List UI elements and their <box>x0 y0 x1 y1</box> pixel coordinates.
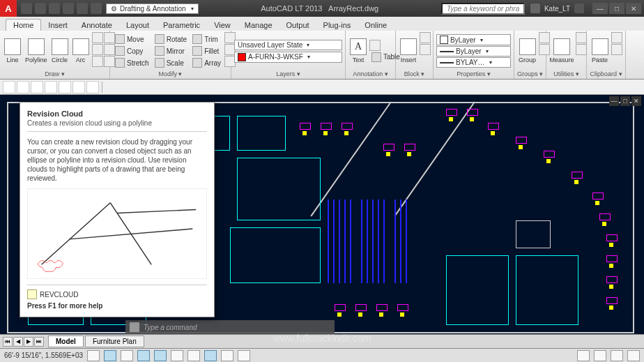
qat-redo-icon[interactable] <box>91 3 102 14</box>
tb-line-icon[interactable] <box>3 81 15 93</box>
qat-save-icon[interactable] <box>49 3 60 14</box>
tab-layout[interactable]: Layout <box>119 20 156 31</box>
stretch-button[interactable]: Stretch <box>113 57 151 68</box>
dyninput-toggle[interactable] <box>204 350 217 361</box>
tb-construction-icon[interactable] <box>17 81 29 93</box>
doc-minimize-button[interactable]: — <box>609 96 619 106</box>
tab-output[interactable]: Output <box>279 20 316 31</box>
panel-layers-title[interactable]: Layers ▾ <box>234 70 342 77</box>
paste-button[interactable]: Paste <box>590 32 610 70</box>
tab-home[interactable]: Home <box>6 19 41 31</box>
qat-undo-icon[interactable] <box>77 3 88 14</box>
layout-next-button[interactable]: ▶ <box>24 337 33 347</box>
tb-polygon-icon[interactable] <box>45 81 57 93</box>
select-icon[interactable] <box>576 32 587 43</box>
text-button[interactable]: AText <box>348 32 368 70</box>
layer-current-combo[interactable]: A-FURN-3-WKSF <box>234 52 342 63</box>
measure-button[interactable]: Measure <box>549 32 574 70</box>
command-line[interactable]: Type a command <box>125 320 335 334</box>
polar-toggle[interactable] <box>137 350 150 361</box>
panel-clipboard-title[interactable]: Clipboard ▾ <box>590 70 622 77</box>
cut-icon[interactable] <box>611 32 622 43</box>
tb-rectangle-icon[interactable] <box>59 81 71 93</box>
qat-open-icon[interactable] <box>35 3 46 14</box>
arc-button[interactable]: Arc <box>71 32 91 70</box>
panel-modify-title[interactable]: Modify ▾ <box>113 70 228 77</box>
tb-polyline-icon[interactable] <box>31 81 43 93</box>
layer-state-combo[interactable]: Unsaved Layer State <box>234 40 342 50</box>
color-combo[interactable]: ByLayer <box>436 34 511 45</box>
panel-draw-title[interactable]: Draw ▾ <box>3 70 107 77</box>
rectangle-icon[interactable] <box>92 32 103 43</box>
app-menu-button[interactable]: A <box>0 0 17 17</box>
layout-tab-model[interactable]: Model <box>48 335 84 347</box>
tab-parametric[interactable]: Parametric <box>156 20 207 31</box>
group-button[interactable]: Group <box>517 32 537 70</box>
tab-plugins[interactable]: Plug-ins <box>316 20 358 31</box>
point-icon[interactable] <box>92 56 103 67</box>
tab-insert[interactable]: Insert <box>41 20 75 31</box>
layout-last-button[interactable]: ⏭ <box>34 337 44 347</box>
exchange-icon[interactable] <box>574 3 584 13</box>
qat-new-icon[interactable] <box>21 3 32 14</box>
layout-first-button[interactable]: ⏮ <box>3 337 13 347</box>
workspace-switcher[interactable]: ⚙ Drafting & Annotation <box>106 3 199 14</box>
osnap-toggle[interactable] <box>154 350 167 361</box>
copy-button[interactable]: Copy <box>113 45 151 56</box>
snap-toggle[interactable] <box>87 350 100 361</box>
modelspace-toggle[interactable] <box>577 350 590 361</box>
insert-block-button[interactable]: Insert <box>399 32 418 70</box>
cleanscreen-toggle[interactable] <box>627 350 640 361</box>
trim-button[interactable]: Trim <box>190 33 223 45</box>
annoscale-toggle[interactable] <box>594 350 606 361</box>
panel-annotation-title[interactable]: Annotation ▾ <box>348 70 392 77</box>
create-block-icon[interactable] <box>420 32 431 43</box>
grid-toggle[interactable] <box>104 350 116 361</box>
doc-close-button[interactable]: ✕ <box>631 96 641 106</box>
qp-toggle[interactable] <box>221 350 233 361</box>
user-name[interactable]: Kate_LT <box>544 5 570 13</box>
circle-button[interactable]: Circle <box>50 32 70 70</box>
tb-circle-icon[interactable] <box>86 81 99 93</box>
minimize-button[interactable]: — <box>592 3 608 14</box>
calc-icon[interactable] <box>576 44 587 55</box>
tooltip-diagram <box>27 188 207 279</box>
scale-button[interactable]: Scale <box>153 57 189 68</box>
tab-annotate[interactable]: Annotate <box>75 20 119 31</box>
layout-prev-button[interactable]: ◀ <box>13 337 23 347</box>
workspace-toggle[interactable] <box>611 350 623 361</box>
tb-arc-icon[interactable] <box>72 81 85 93</box>
panel-utilities-title[interactable]: Utilities ▾ <box>549 70 583 77</box>
otrack-toggle[interactable] <box>171 350 183 361</box>
maximize-button[interactable]: □ <box>609 3 624 14</box>
dimension-icon[interactable] <box>369 40 381 51</box>
linetype-combo[interactable]: BYLAY… <box>436 57 511 68</box>
signin-icon[interactable] <box>530 3 540 13</box>
array-button[interactable]: Array <box>190 57 223 68</box>
lineweight-combo[interactable]: ByLayer <box>436 46 511 56</box>
panel-block-title[interactable]: Block ▾ <box>399 70 430 77</box>
mirror-button[interactable]: Mirror <box>153 45 189 56</box>
ortho-toggle[interactable] <box>121 350 133 361</box>
doc-restore-button[interactable]: □ <box>620 96 630 106</box>
panel-groups-title[interactable]: Groups ▾ <box>517 70 543 77</box>
polyline-button[interactable]: Polyline <box>24 32 49 70</box>
sc-toggle[interactable] <box>238 350 250 361</box>
tab-manage[interactable]: Manage <box>238 20 279 31</box>
tab-online[interactable]: Online <box>358 20 394 31</box>
edit-block-icon[interactable] <box>420 44 431 55</box>
layout-tab-furniture-plan[interactable]: Furniture Plan <box>85 335 144 347</box>
rotate-button[interactable]: Rotate <box>153 33 189 45</box>
move-button[interactable]: Move <box>113 33 151 45</box>
ellipse-icon[interactable] <box>92 44 103 55</box>
close-button[interactable]: ✕ <box>626 3 641 14</box>
lweight-toggle[interactable] <box>187 350 200 361</box>
line-button[interactable]: Line <box>3 32 22 70</box>
tab-view[interactable]: View <box>207 20 238 31</box>
help-search-input[interactable] <box>441 3 525 15</box>
copy-clip-icon[interactable] <box>611 44 622 55</box>
polyline-icon <box>28 38 45 55</box>
panel-properties-title[interactable]: Properties ▾ <box>436 70 511 77</box>
qat-plot-icon[interactable] <box>63 3 74 14</box>
fillet-button[interactable]: Fillet <box>190 45 223 56</box>
